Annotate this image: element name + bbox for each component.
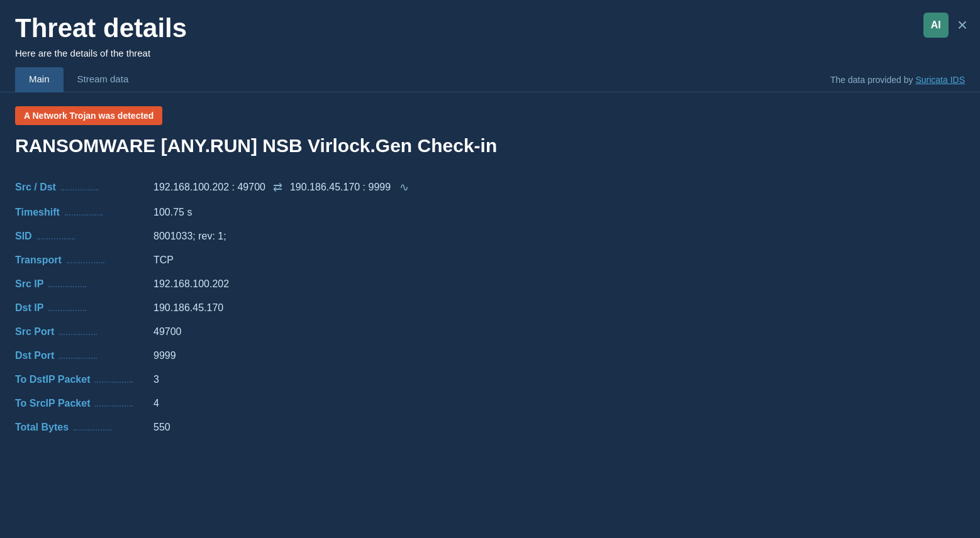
field-dots (48, 286, 86, 287)
field-row: Src IP192.168.100.202 (15, 272, 965, 296)
field-dots (74, 429, 111, 431)
main-content: A Network Trojan was detected RANSOMWARE… (0, 92, 980, 453)
data-source-info: The data provided by Suricata IDS (830, 75, 965, 85)
field-value: 192.168.100.202 (153, 278, 229, 290)
field-dots (61, 189, 99, 190)
field-row: Dst Port9999 (15, 344, 965, 368)
field-label: Dst Port (15, 350, 153, 361)
field-value: 190.186.45.170 (153, 302, 223, 314)
page-subtitle: Here are the details of the threat (15, 48, 965, 58)
field-dots (59, 334, 97, 335)
field-label: Dst IP (15, 302, 153, 314)
alert-badge: A Network Trojan was detected (15, 106, 162, 125)
wave-icon: ∿ (399, 180, 409, 194)
field-label: Src / Dst (15, 182, 153, 193)
field-value: 49700 (153, 326, 182, 338)
field-dots (65, 214, 103, 216)
field-label: Timeshift (15, 207, 153, 218)
ai-button[interactable]: AI (923, 13, 949, 38)
field-label: Src IP (15, 278, 153, 290)
field-value: 8001033; rev: 1; (153, 231, 226, 242)
field-value: 3 (153, 374, 159, 385)
field-label: Transport (15, 255, 153, 266)
field-dots (59, 358, 97, 359)
field-row: Total Bytes550 (15, 415, 965, 439)
field-label: Src Port (15, 326, 153, 338)
field-row: TransportTCP (15, 248, 965, 272)
dst-src-value: 190.186.45.170 : 9999 (290, 182, 391, 193)
data-source-prefix: The data provided by (830, 75, 915, 85)
field-row: Src / Dst192.168.100.202 : 49700 ⇄ 190.1… (15, 174, 965, 200)
field-dots (67, 262, 104, 263)
field-value: 9999 (153, 350, 176, 361)
data-source-link[interactable]: Suricata IDS (915, 75, 965, 85)
fields-list: Src / Dst192.168.100.202 : 49700 ⇄ 190.1… (15, 174, 965, 439)
tab-main[interactable]: Main (15, 67, 64, 92)
field-row: To SrcIP Packet4 (15, 392, 965, 415)
field-dots (95, 382, 133, 383)
field-value: 4 (153, 398, 159, 409)
field-dots (95, 405, 133, 407)
field-label: To DstIP Packet (15, 374, 153, 385)
field-row: Src Port49700 (15, 320, 965, 344)
tab-stream-data[interactable]: Stream data (64, 67, 143, 92)
field-value: TCP (153, 255, 174, 266)
field-row: Dst IP190.186.45.170 (15, 296, 965, 320)
tabs-container: Main Stream data (15, 67, 142, 92)
field-dots (37, 238, 75, 239)
threat-details-panel: Threat details Here are the details of t… (0, 0, 980, 538)
field-label: Total Bytes (15, 422, 153, 433)
close-button[interactable]: × (957, 16, 967, 34)
field-row: SID8001033; rev: 1; (15, 224, 965, 248)
threat-name: RANSOMWARE [ANY.RUN] NSB Virlock.Gen Che… (15, 135, 965, 156)
panel-header: Threat details Here are the details of t… (0, 0, 980, 58)
field-value: 192.168.100.202 : 49700 ⇄ 190.186.45.170… (153, 180, 409, 194)
src-dst-value: 192.168.100.202 : 49700 (153, 182, 265, 193)
field-dots (48, 310, 86, 311)
header-actions: AI × (923, 13, 967, 38)
field-label: SID (15, 231, 153, 242)
field-value: 550 (153, 422, 170, 433)
field-row: Timeshift100.75 s (15, 200, 965, 224)
field-value: 100.75 s (153, 207, 192, 218)
field-row: To DstIP Packet3 (15, 368, 965, 392)
field-label: To SrcIP Packet (15, 398, 153, 409)
tabs-bar: Main Stream data The data provided by Su… (0, 67, 980, 92)
page-title: Threat details (15, 13, 965, 44)
swap-icon: ⇄ (273, 180, 282, 194)
